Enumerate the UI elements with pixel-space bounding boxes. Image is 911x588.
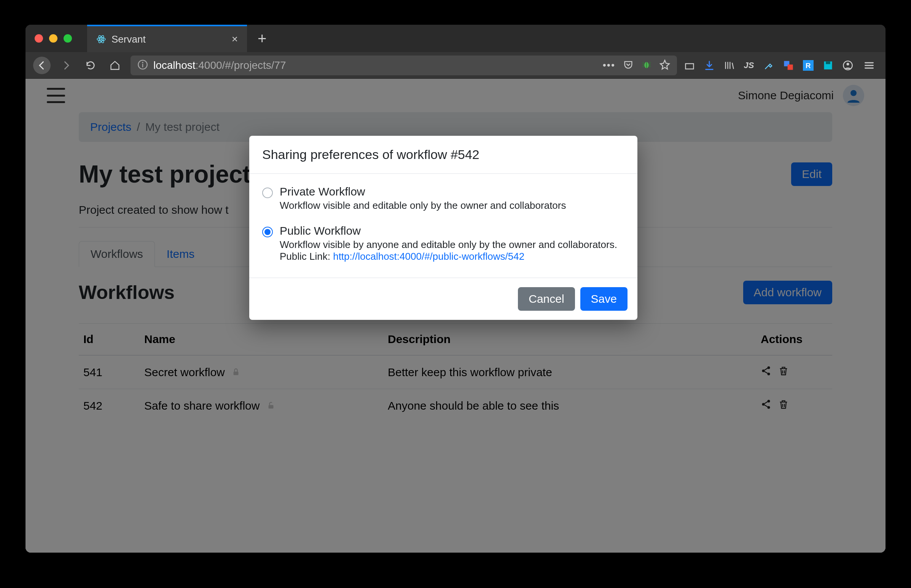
download-icon[interactable] bbox=[704, 60, 715, 71]
url-path: /#/projects/77 bbox=[222, 59, 286, 71]
svg-point-0 bbox=[100, 39, 102, 40]
svg-point-5 bbox=[142, 61, 144, 63]
ext-icon-1[interactable] bbox=[684, 60, 695, 71]
urlbar-actions: ••• bbox=[603, 59, 670, 71]
modal-footer: Cancel Save bbox=[249, 278, 638, 320]
radio-option-public[interactable]: Public Workflow Workflow visible by anyo… bbox=[262, 225, 625, 262]
url-bar[interactable]: localhost:4000/#/projects/77 ••• bbox=[131, 55, 677, 75]
tab-close-button[interactable]: × bbox=[232, 33, 238, 45]
window-close-button[interactable] bbox=[35, 34, 43, 43]
window-maximize-button[interactable] bbox=[63, 34, 72, 43]
account-icon[interactable] bbox=[842, 60, 854, 71]
more-icon[interactable]: ••• bbox=[603, 59, 615, 71]
back-button[interactable] bbox=[33, 57, 50, 74]
radio-desc-private: Workflow visible and editable only by th… bbox=[280, 200, 566, 212]
ext-js-icon[interactable]: JS bbox=[743, 60, 755, 71]
radio-desc-public: Workflow visible by anyone and editable … bbox=[280, 239, 617, 262]
ext-r-icon[interactable]: R bbox=[803, 60, 814, 71]
svg-point-16 bbox=[847, 63, 850, 65]
ext-translate-icon[interactable] bbox=[783, 60, 794, 71]
new-tab-button[interactable]: + bbox=[247, 30, 277, 47]
ext-save-icon[interactable] bbox=[822, 60, 834, 71]
svg-rect-14 bbox=[826, 61, 830, 64]
public-link-label: Public Link: bbox=[280, 250, 333, 262]
browser-window: Servant × + localhost:4000/#/projects/77… bbox=[26, 25, 885, 552]
ext-eyedropper-icon[interactable] bbox=[763, 60, 774, 71]
page-content: Simone Degiacomi Projects / My test proj… bbox=[26, 79, 885, 552]
radio-option-private[interactable]: Private Workflow Workflow visible and ed… bbox=[262, 185, 625, 212]
window-controls bbox=[35, 34, 72, 43]
tab-title: Servant bbox=[112, 34, 146, 45]
bookmark-star-icon[interactable] bbox=[659, 59, 670, 71]
svg-rect-6 bbox=[142, 63, 143, 67]
url-host: localhost bbox=[153, 59, 196, 71]
home-button[interactable] bbox=[106, 57, 124, 74]
app-menu-button[interactable] bbox=[860, 57, 878, 74]
svg-text:R: R bbox=[806, 61, 811, 69]
window-minimize-button[interactable] bbox=[49, 34, 57, 43]
react-icon bbox=[96, 34, 106, 44]
library-icon[interactable] bbox=[723, 60, 735, 71]
reload-button[interactable] bbox=[82, 57, 99, 74]
public-desc-text: Workflow visible by anyone and editable … bbox=[280, 239, 617, 250]
url-text: localhost:4000/#/projects/77 bbox=[153, 59, 286, 71]
browser-toolbar: localhost:4000/#/projects/77 ••• JS bbox=[26, 52, 885, 79]
browser-tab[interactable]: Servant × bbox=[87, 25, 247, 52]
radio-button-private[interactable] bbox=[262, 187, 273, 198]
save-button[interactable]: Save bbox=[580, 287, 628, 311]
site-info-icon[interactable] bbox=[138, 59, 148, 71]
cancel-button[interactable]: Cancel bbox=[518, 287, 574, 311]
radio-label-public: Public Workflow bbox=[280, 225, 617, 237]
bug-icon[interactable] bbox=[641, 59, 652, 71]
pocket-icon[interactable] bbox=[623, 59, 634, 71]
sharing-modal: Sharing preferences of workflow #542 Pri… bbox=[249, 136, 638, 320]
svg-rect-10 bbox=[788, 64, 793, 69]
radio-label-private: Private Workflow bbox=[280, 185, 566, 198]
public-link[interactable]: http://localhost:4000/#/public-workflows… bbox=[333, 250, 524, 262]
radio-button-public[interactable] bbox=[262, 227, 273, 237]
svg-rect-8 bbox=[686, 63, 694, 69]
titlebar: Servant × + bbox=[26, 25, 885, 52]
modal-title: Sharing preferences of workflow #542 bbox=[249, 136, 638, 174]
url-port: :4000 bbox=[196, 59, 222, 71]
forward-button[interactable] bbox=[57, 57, 75, 74]
extension-icons: JS R bbox=[684, 60, 854, 71]
modal-body: Private Workflow Workflow visible and ed… bbox=[249, 174, 638, 278]
